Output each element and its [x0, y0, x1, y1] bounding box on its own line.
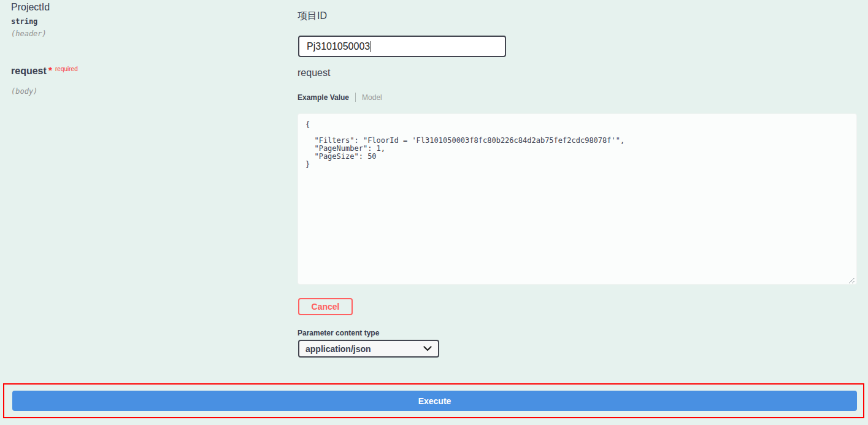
required-asterisk: * — [48, 66, 52, 76]
projectid-input[interactable]: Pj3101050003 — [298, 36, 506, 57]
content-type-select[interactable]: application/json — [298, 340, 439, 358]
text-cursor — [371, 41, 371, 52]
tab-divider — [355, 93, 356, 102]
tab-example-value[interactable]: Example Value — [298, 93, 349, 102]
content-type-selected-value: application/json — [305, 344, 371, 354]
param-location-projectid: (header) — [11, 29, 47, 38]
example-model-tabs: Example Value Model — [298, 93, 382, 102]
param-name-request: request — [11, 66, 47, 76]
swagger-parameters-panel: ProjectId string (header) request*requir… — [0, 0, 868, 425]
chevron-down-icon — [423, 346, 432, 351]
request-description-label: request — [298, 67, 330, 78]
param-type-projectid: string — [11, 17, 37, 26]
resize-handle-icon[interactable] — [848, 275, 855, 283]
tab-model[interactable]: Model — [362, 93, 382, 102]
param-name-projectid: ProjectId — [11, 2, 50, 13]
param-location-request: (body) — [11, 87, 37, 96]
required-badge: required — [55, 66, 78, 72]
param-name-request-row: request*required — [11, 66, 78, 77]
request-body-editor[interactable]: { "Filters": "FloorId = 'Fl3101050003f8f… — [298, 113, 857, 285]
projectid-input-value: Pj3101050003 — [307, 41, 370, 52]
cancel-button[interactable]: Cancel — [298, 298, 353, 315]
projectid-description-label: 项目ID — [298, 10, 327, 23]
parameter-content-type-label: Parameter content type — [298, 329, 379, 337]
execute-button[interactable]: Execute — [12, 391, 857, 411]
